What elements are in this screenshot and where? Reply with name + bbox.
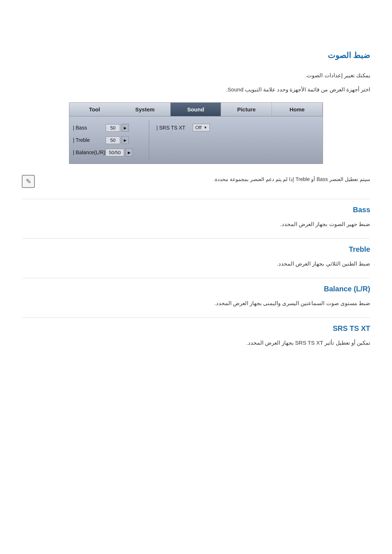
menu-left-panel: | Bass 50 ▶ | Treble 50 ▶ | Balance(L/R)…	[69, 120, 149, 160]
pencil-icon: ✎	[26, 177, 31, 185]
divider-bass	[22, 199, 370, 199]
bass-arrow[interactable]: ▶	[122, 124, 129, 132]
menu-tabs: Home Picture Sound System Tool	[69, 103, 323, 116]
treble-arrow[interactable]: ▶	[122, 136, 129, 144]
srs-dropdown-arrow: ▼	[204, 126, 207, 130]
srs-select[interactable]: Off ▼	[193, 124, 210, 131]
treble-value: 50	[106, 136, 120, 144]
divider-balance	[22, 278, 370, 278]
divider-srs	[22, 317, 370, 318]
bass-section-title: Bass	[22, 206, 370, 214]
divider-treble	[22, 238, 370, 239]
treble-row: | Treble 50 ▶	[69, 134, 149, 146]
note-text: سيتم تعطيل العنصر Bass أو Treble إذا لم …	[39, 175, 370, 184]
balance-label: | Balance(L/R)	[73, 149, 106, 155]
treble-section-desc: ضبط الطنين الثلاثي بجهاز العرض المحدد.	[22, 259, 370, 268]
tab-system[interactable]: System	[120, 103, 171, 116]
srs-label: | SRS TS XT	[156, 125, 193, 131]
menu-right-panel: | SRS TS XT Off ▼	[149, 120, 323, 160]
intro-text: يمكنك تغيير إعدادات الصوت.	[22, 70, 370, 80]
bass-value: 50	[106, 124, 120, 132]
bass-row: | Bass 50 ▶	[69, 122, 149, 134]
instruction-text: اختر أجهزة العرض من قائمة الأجهزة وحدد ع…	[22, 85, 370, 94]
balance-section-title: Balance (L/R)	[22, 285, 370, 293]
note-section: ✎ سيتم تعطيل العنصر Bass أو Treble إذا ل…	[22, 175, 370, 188]
srs-section-desc: تمكين أو تعطيل تأثير SRS TS XT بجهاز الع…	[22, 338, 370, 348]
menu-content: | Bass 50 ▶ | Treble 50 ▶ | Balance(L/R)…	[69, 116, 323, 164]
tab-picture[interactable]: Picture	[221, 103, 272, 116]
page-title: ضبط الصوت	[22, 51, 370, 60]
tab-tool[interactable]: Tool	[69, 103, 120, 116]
balance-section-desc: ضبط مستوى صوت السماعتين اليسرى واليمنى ب…	[22, 298, 370, 308]
treble-label: | Treble	[73, 137, 106, 143]
bass-section-desc: ضبط جهير الصوت بجهاز العرض المحدد.	[22, 219, 370, 229]
srs-section-title: SRS TS XT	[22, 324, 370, 333]
srs-row: | SRS TS XT Off ▼	[153, 122, 319, 134]
bass-label: | Bass	[73, 125, 106, 131]
balance-row: | Balance(L/R) 50/50 ▶	[69, 146, 149, 159]
srs-value: Off	[195, 125, 201, 130]
treble-section-title: Treble	[22, 245, 370, 254]
balance-arrow[interactable]: ▶	[126, 148, 133, 156]
balance-value: 50/50	[106, 149, 124, 156]
tab-home[interactable]: Home	[272, 103, 323, 116]
menu-container: Home Picture Sound System Tool | Bass 50…	[69, 102, 323, 164]
tab-sound[interactable]: Sound	[171, 103, 221, 116]
note-icon: ✎	[22, 175, 35, 188]
